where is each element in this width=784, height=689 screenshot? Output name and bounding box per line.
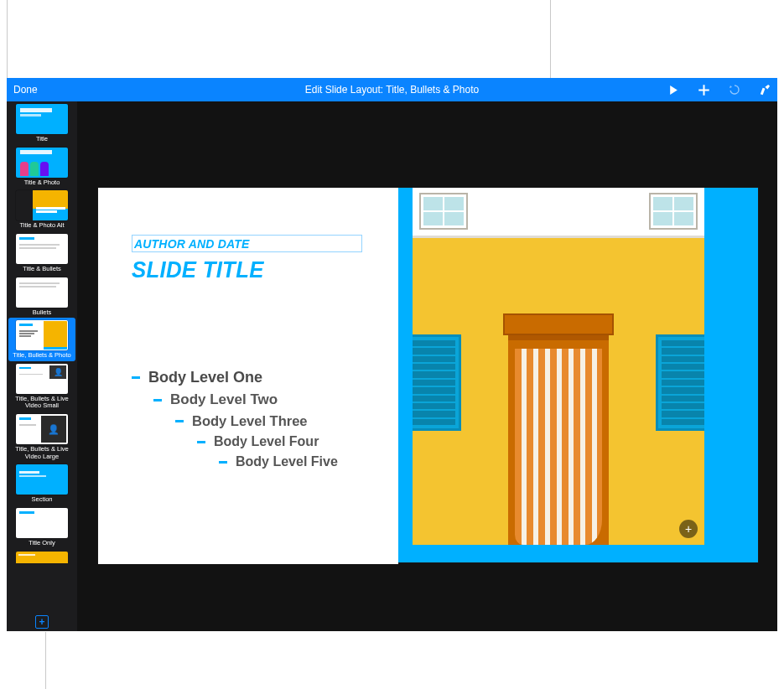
layout-thumb-partial[interactable] (16, 552, 68, 563)
toolbar: Done Edit Slide Layout: Title, Bullets &… (7, 78, 777, 101)
thumb-label: Title & Photo (24, 179, 60, 187)
body: Title Title & Photo Title & Photo Alt Ti… (7, 101, 777, 631)
body-level-5-text: Body Level Five (236, 454, 338, 469)
undo-icon[interactable] (727, 83, 740, 96)
layout-thumb-title-bullets-live-small[interactable]: 👤 Title, Bullets & Live Video Small (7, 361, 77, 412)
layout-sidebar: Title Title & Photo Title & Photo Alt Ti… (7, 101, 77, 631)
body-level-1-text: Body Level One (148, 369, 262, 386)
thumb-preview (16, 464, 68, 495)
photo-door (508, 335, 609, 545)
add-media-button[interactable]: + (679, 520, 698, 538)
bullet-icon (175, 420, 184, 422)
toolbar-right (667, 83, 771, 96)
thumb-label: Title, Bullets & Live Video Large (10, 446, 74, 460)
author-date-text: AUTHOR AND DATE (132, 236, 361, 251)
bullet-icon (197, 441, 205, 443)
body-level-1: Body Level One (132, 369, 338, 386)
body-level-4: Body Level Four (197, 434, 338, 449)
bullet-icon (132, 376, 140, 379)
slide-title-placeholder[interactable]: SLIDE TITLE (132, 256, 264, 283)
layout-thumb-title[interactable]: Title (7, 101, 77, 145)
layout-thumb-title-only[interactable]: Title Only (7, 505, 77, 549)
bullet-icon (219, 461, 227, 464)
layout-thumb-title-photo-alt[interactable]: Title & Photo Alt (7, 188, 77, 231)
photo-door-lintel (503, 313, 614, 335)
thumb-label: Title Only (29, 540, 55, 547)
add-layout-button[interactable]: + (35, 615, 49, 629)
thumb-label: Title & Photo Alt (19, 222, 64, 230)
layout-thumb-title-bullets-photo[interactable]: Title, Bullets & Photo (8, 318, 75, 361)
thumb-label: Title, Bullets & Live Video Small (10, 396, 74, 410)
photo-window-top-right (649, 193, 698, 230)
thumb-preview (16, 148, 68, 178)
slide-canvas[interactable]: AUTHOR AND DATE SLIDE TITLE Body Level O… (77, 101, 777, 631)
toolbar-title: Edit Slide Layout: Title, Bullets & Phot… (305, 84, 479, 96)
format-brush-icon[interactable] (757, 83, 771, 96)
toolbar-title-layout: Title, Bullets & Photo (386, 84, 479, 96)
thumb-preview: 👤 (16, 364, 68, 394)
layout-list[interactable]: Title Title & Photo Title & Photo Alt Ti… (7, 101, 77, 631)
thumb-preview (16, 508, 68, 538)
thumb-preview (16, 234, 68, 264)
slide[interactable]: AUTHOR AND DATE SLIDE TITLE Body Level O… (97, 187, 759, 563)
thumb-label: Bullets (33, 309, 52, 317)
done-button[interactable]: Done (13, 84, 38, 96)
body-placeholder[interactable]: Body Level One Body Level Two Body Level… (132, 369, 338, 474)
photo-shutter-left (413, 334, 461, 431)
thumb-preview (16, 277, 68, 308)
photo-curtain (515, 349, 602, 545)
photo-placeholder[interactable]: + (413, 188, 704, 545)
thumb-label: Title, Bullets & Photo (13, 352, 70, 360)
body-level-4-text: Body Level Four (214, 434, 319, 449)
author-date-placeholder[interactable]: AUTHOR AND DATE (132, 235, 362, 252)
body-level-3: Body Level Three (175, 413, 338, 429)
body-level-2: Body Level Two (153, 391, 338, 408)
thumb-label: Title & Bullets (23, 266, 61, 273)
body-level-5: Body Level Five (219, 454, 338, 469)
thumb-preview: 👤 (16, 414, 68, 444)
thumb-label: Title (36, 136, 48, 143)
body-level-2-text: Body Level Two (170, 391, 278, 408)
bullet-icon (153, 399, 162, 401)
play-icon[interactable] (667, 83, 680, 96)
callout-line-left (7, 0, 8, 78)
layout-thumb-title-bullets-live-large[interactable]: 👤 Title, Bullets & Live Video Large (7, 412, 77, 462)
layout-thumb-bullets[interactable]: Bullets (7, 275, 77, 319)
callout-line-bottom (45, 632, 46, 689)
thumb-label: Section (31, 496, 52, 504)
photo-roofline (413, 188, 704, 238)
layout-thumb-title-bullets[interactable]: Title & Bullets (7, 231, 77, 275)
plus-icon[interactable] (697, 83, 710, 96)
photo-window-top-left (419, 193, 468, 230)
layout-thumb-section[interactable]: Section (7, 462, 77, 505)
body-level-3-text: Body Level Three (192, 413, 308, 429)
app-window: Done Edit Slide Layout: Title, Bullets &… (7, 78, 777, 631)
layout-thumb-title-photo[interactable]: Title & Photo (7, 145, 77, 189)
toolbar-title-prefix: Edit Slide Layout: (305, 84, 387, 96)
thumb-preview (16, 190, 68, 220)
thumb-preview (16, 320, 68, 350)
thumb-preview (16, 104, 68, 134)
photo-shutter-right (656, 334, 704, 431)
slide-left-panel: AUTHOR AND DATE SLIDE TITLE Body Level O… (98, 188, 398, 564)
